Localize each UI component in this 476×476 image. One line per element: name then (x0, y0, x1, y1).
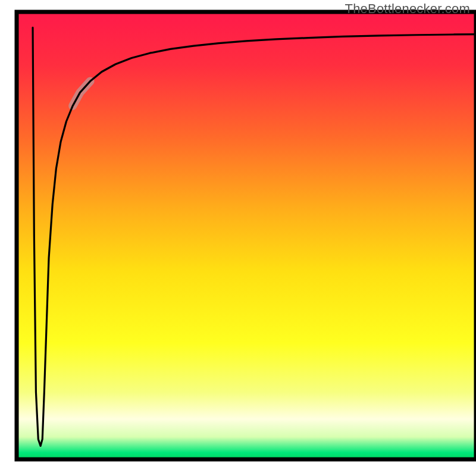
watermark-text: TheBottlenecker.com (345, 1, 470, 17)
chart-container: TheBottlenecker.com (0, 0, 476, 476)
gradient-background (17, 12, 476, 459)
bottleneck-plot (0, 0, 476, 476)
